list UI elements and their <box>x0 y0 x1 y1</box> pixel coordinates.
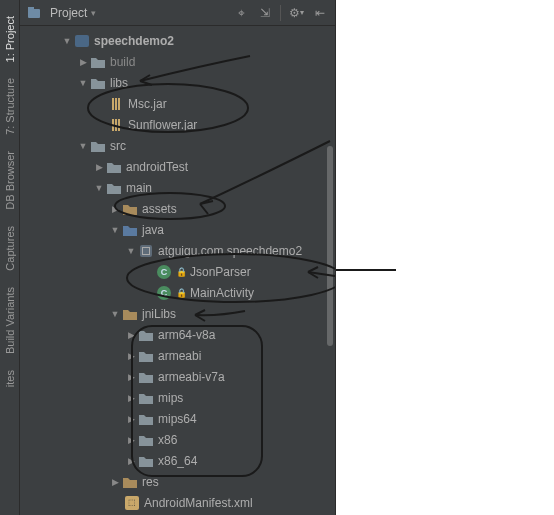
tree-label: Sunflower.jar <box>128 118 197 132</box>
xml-file-icon: ⬚ <box>124 495 140 511</box>
sidebar-tab-captures[interactable]: Captures <box>2 218 18 279</box>
svg-rect-1 <box>28 7 34 10</box>
resources-folder-icon <box>122 201 138 217</box>
tree-label: JsonParser <box>190 265 251 279</box>
tree-node-libs[interactable]: ▼ libs <box>20 72 335 93</box>
resources-folder-icon <box>122 306 138 322</box>
folder-icon <box>90 138 106 154</box>
expand-arrow-icon[interactable]: ▼ <box>108 225 122 235</box>
folder-icon <box>138 348 154 364</box>
module-icon <box>74 33 90 49</box>
folder-icon <box>138 369 154 385</box>
lock-icon: 🔒 <box>176 288 187 298</box>
tree-label: libs <box>110 76 128 90</box>
tree-label: jniLibs <box>142 307 176 321</box>
sidebar-tab-favorites[interactable]: ites <box>2 362 18 395</box>
tree-node-abi[interactable]: ▶ armeabi-v7a <box>20 366 335 387</box>
tree-label: MainActivity <box>190 286 254 300</box>
tree-node-build[interactable]: ▶ build <box>20 51 335 72</box>
tree-label: armeabi <box>158 349 201 363</box>
tree-label: src <box>110 139 126 153</box>
expand-arrow-icon[interactable]: ▶ <box>108 477 122 487</box>
tree-label: AndroidManifest.xml <box>144 496 253 510</box>
tree-label: build <box>110 55 135 69</box>
expand-arrow-icon[interactable]: ▼ <box>92 183 106 193</box>
lock-icon: 🔒 <box>176 267 187 277</box>
panel-title-text: Project <box>50 6 87 20</box>
tree-node-root[interactable]: ▼ speechdemo2 <box>20 30 335 51</box>
tree-node-abi[interactable]: ▶ x86_64 <box>20 450 335 471</box>
tree-label: Msc.jar <box>128 97 167 111</box>
expand-arrow-icon[interactable]: ▶ <box>124 351 138 361</box>
panel-view-selector[interactable]: Project ▾ <box>26 5 96 21</box>
expand-arrow-icon[interactable]: ▶ <box>124 414 138 424</box>
tree-node-abi[interactable]: ▶ mips <box>20 387 335 408</box>
expand-arrow-icon[interactable]: ▼ <box>60 36 74 46</box>
tree-node-class[interactable]: 🔒 JsonParser <box>20 261 335 282</box>
expand-arrow-icon[interactable]: ▼ <box>108 309 122 319</box>
svg-rect-0 <box>28 9 40 18</box>
sidebar-tab-dbbrowser[interactable]: DB Browser <box>2 143 18 218</box>
scroll-from-source-icon[interactable]: ⌖ <box>232 4 250 22</box>
expand-arrow-icon[interactable]: ▶ <box>124 372 138 382</box>
expand-arrow-icon[interactable]: ▶ <box>108 204 122 214</box>
folder-icon <box>138 432 154 448</box>
expand-arrow-icon[interactable]: ▼ <box>124 246 138 256</box>
tree-node-jar[interactable]: Msc.jar <box>20 93 335 114</box>
tree-node-java[interactable]: ▼ java <box>20 219 335 240</box>
folder-icon <box>138 390 154 406</box>
tree-label: x86_64 <box>158 454 197 468</box>
tree-label: atguigu.com.speechdemo2 <box>158 244 302 258</box>
tree-node-androidtest[interactable]: ▶ androidTest <box>20 156 335 177</box>
expand-arrow-icon[interactable]: ▶ <box>124 393 138 403</box>
folder-icon <box>90 54 106 70</box>
expand-arrow-icon[interactable]: ▶ <box>76 57 90 67</box>
tree-node-jnilibs[interactable]: ▼ jniLibs <box>20 303 335 324</box>
folder-icon <box>106 180 122 196</box>
tree-label: main <box>126 181 152 195</box>
tree-node-package[interactable]: ▼ atguigu.com.speechdemo2 <box>20 240 335 261</box>
expand-arrow-icon[interactable]: ▶ <box>124 330 138 340</box>
source-folder-icon <box>122 222 138 238</box>
sidebar-tab-buildvariants[interactable]: Build Variants <box>2 279 18 362</box>
hide-icon[interactable]: ⇤ <box>311 4 329 22</box>
tree-label: mips <box>158 391 183 405</box>
panel-header: Project ▾ ⌖ ⇲ ⚙▾ ⇤ <box>20 0 335 26</box>
expand-arrow-icon[interactable]: ▶ <box>124 456 138 466</box>
folder-icon <box>90 75 106 91</box>
tree-node-jar[interactable]: Sunflower.jar <box>20 114 335 135</box>
tree-node-abi[interactable]: ▶ x86 <box>20 429 335 450</box>
project-tree[interactable]: ▼ speechdemo2 ▶ build ▼ libs Msc.jar <box>20 26 335 515</box>
tree-node-src[interactable]: ▼ src <box>20 135 335 156</box>
tree-label: res <box>142 475 159 489</box>
tree-label: mips64 <box>158 412 197 426</box>
tree-node-manifest[interactable]: ⬚ AndroidManifest.xml <box>20 492 335 513</box>
tree-node-class[interactable]: 🔒 MainActivity <box>20 282 335 303</box>
resources-folder-icon <box>122 474 138 490</box>
tree-node-abi[interactable]: ▶ armeabi <box>20 345 335 366</box>
tree-label: armeabi-v7a <box>158 370 225 384</box>
tree-node-abi[interactable]: ▶ mips64 <box>20 408 335 429</box>
project-view-icon <box>26 5 42 21</box>
folder-icon <box>138 453 154 469</box>
expand-arrow-icon[interactable]: ▶ <box>124 435 138 445</box>
expand-arrow-icon[interactable]: ▶ <box>92 162 106 172</box>
tree-label: x86 <box>158 433 177 447</box>
gear-icon[interactable]: ⚙▾ <box>287 4 305 22</box>
collapse-all-icon[interactable]: ⇲ <box>256 4 274 22</box>
tree-node-abi[interactable]: ▶ arm64-v8a <box>20 324 335 345</box>
tree-label: assets <box>142 202 177 216</box>
expand-arrow-icon[interactable]: ▼ <box>76 78 90 88</box>
annotation-overlay-right <box>336 0 554 515</box>
tree-label: androidTest <box>126 160 188 174</box>
scrollbar[interactable] <box>327 146 333 346</box>
tree-node-main[interactable]: ▼ main <box>20 177 335 198</box>
sidebar-tab-structure[interactable]: 7: Structure <box>2 70 18 143</box>
expand-arrow-icon[interactable]: ▼ <box>76 141 90 151</box>
tree-label: speechdemo2 <box>94 34 174 48</box>
tree-label: java <box>142 223 164 237</box>
tree-node-res[interactable]: ▶ res <box>20 471 335 492</box>
tree-label: arm64-v8a <box>158 328 215 342</box>
sidebar-tab-project[interactable]: 1: Project <box>2 8 18 70</box>
tree-node-assets[interactable]: ▶ assets <box>20 198 335 219</box>
